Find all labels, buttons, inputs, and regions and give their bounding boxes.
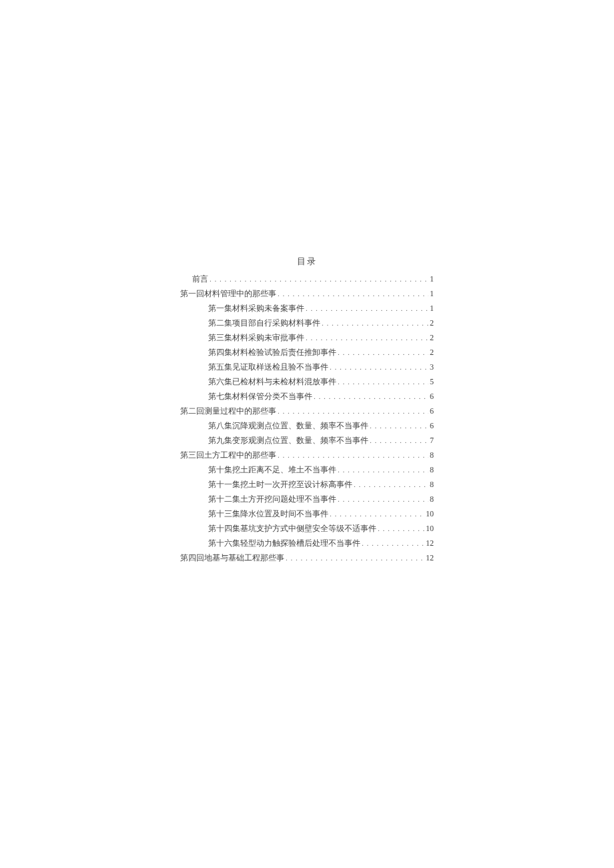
toc-entry-page: 6: [428, 422, 434, 430]
toc-entry-page: 8: [428, 451, 434, 459]
toc-leader-dots: [336, 349, 428, 356]
toc-entry: 第十一集挖土时一次开挖至设计标高事件8: [180, 480, 434, 488]
toc-entry: 第四集材料检验试验后责任推卸事件2: [180, 348, 434, 356]
toc-entry-label: 第十一集挖土时一次开挖至设计标高事件: [208, 480, 352, 488]
toc-entry-label: 第六集已检材料与未检材料混放事件: [208, 378, 336, 386]
toc-leader-dots: [276, 408, 428, 415]
toc-entry-label: 第九集变形观测点位置、数量、频率不当事件: [208, 436, 368, 444]
toc-title: 目录: [180, 257, 434, 266]
toc-leader-dots: [360, 540, 424, 547]
toc-entry: 第十二集土方开挖问题处理不当事件8: [180, 495, 434, 503]
toc-entry-page: 12: [424, 539, 434, 547]
toc-entry-page: 2: [428, 319, 434, 327]
toc-entry-label: 第一集材料采购未备案事件: [208, 304, 304, 312]
toc-entry: 第十六集轻型动力触探验槽后处理不当事件12: [180, 539, 434, 547]
toc-entry-page: 2: [428, 348, 434, 356]
toc-entry-page: 10: [424, 524, 434, 532]
toc-leader-dots: [320, 320, 428, 327]
toc-entry-page: 8: [428, 466, 434, 474]
toc-entry-label: 第十二集土方开挖问题处理不当事件: [208, 495, 336, 503]
toc-entry-label: 第五集见证取样送检且验不当事件: [208, 363, 328, 371]
toc-entry: 第三回土方工程中的那些事8: [180, 451, 434, 459]
toc-entry-label: 第四回地基与基础工程那些事: [180, 554, 284, 562]
toc-entry-label: 前言: [192, 275, 208, 283]
toc-leader-dots: [328, 364, 428, 371]
toc-leader-dots: [376, 525, 424, 532]
table-of-contents: 目录 前言1第一回材料管理中的那些事1第一集材料采购未备案事件1第二集项目部自行…: [180, 257, 434, 562]
toc-leader-dots: [284, 554, 424, 562]
toc-entry: 第十集挖土距离不足、堆土不当事件8: [180, 466, 434, 474]
toc-entry-page: 8: [428, 480, 434, 488]
toc-leader-dots: [336, 378, 428, 386]
toc-leader-dots: [336, 496, 428, 503]
toc-entry-label: 第八集沉降观测点位置、数量、频率不当事件: [208, 422, 368, 430]
toc-entry-label: 第十六集轻型动力触探验槽后处理不当事件: [208, 539, 360, 547]
toc-leader-dots: [352, 481, 428, 488]
toc-entry: 第六集已检材料与未检材料混放事件5: [180, 378, 434, 386]
toc-entry-label: 第十三集降水位置及时间不当事件: [208, 510, 328, 518]
toc-entry-page: 7: [428, 436, 434, 444]
toc-entry-page: 12: [424, 554, 434, 562]
toc-entry: 第一回材料管理中的那些事1: [180, 290, 434, 298]
toc-leader-dots: [312, 393, 428, 400]
toc-entry-page: 6: [428, 392, 434, 400]
toc-leader-dots: [368, 437, 428, 444]
toc-leader-dots: [304, 305, 428, 312]
toc-leader-dots: [276, 290, 428, 298]
toc-entry-label: 第七集材料保管分类不当事件: [208, 392, 312, 400]
toc-entry: 第八集沉降观测点位置、数量、频率不当事件6: [180, 422, 434, 430]
toc-entry-page: 1: [428, 304, 434, 312]
toc-entry: 第五集见证取样送检且验不当事件3: [180, 363, 434, 371]
toc-entry: 第二集项目部自行采购材料事件2: [180, 319, 434, 327]
toc-entry-label: 第二回测量过程中的那些事: [180, 407, 276, 415]
document-page: 目录 前言1第一回材料管理中的那些事1第一集材料采购未备案事件1第二集项目部自行…: [0, 0, 614, 868]
toc-leader-dots: [336, 466, 428, 474]
toc-entry-label: 第三回土方工程中的那些事: [180, 451, 276, 459]
toc-entry: 第一集材料采购未备案事件1: [180, 304, 434, 312]
toc-entry: 第二回测量过程中的那些事6: [180, 407, 434, 415]
toc-entry: 第九集变形观测点位置、数量、频率不当事件7: [180, 436, 434, 444]
toc-entry-label: 第二集项目部自行采购材料事件: [208, 319, 320, 327]
toc-entry-page: 1: [428, 275, 434, 283]
toc-entry: 第十四集基坑支护方式中侧壁安全等级不适事件10: [180, 524, 434, 532]
toc-entry: 第十三集降水位置及时间不当事件10: [180, 510, 434, 518]
toc-entry-label: 第十集挖土距离不足、堆土不当事件: [208, 466, 336, 474]
toc-entry-page: 5: [428, 378, 434, 386]
toc-entry-label: 第三集材料采购未审批事件: [208, 334, 304, 342]
toc-leader-dots: [368, 422, 428, 430]
toc-entry-page: 1: [428, 290, 434, 298]
toc-leader-dots: [276, 452, 428, 459]
toc-entry: 第三集材料采购未审批事件2: [180, 334, 434, 342]
toc-entry-label: 第四集材料检验试验后责任推卸事件: [208, 348, 336, 356]
toc-entry: 前言1: [180, 275, 434, 283]
toc-entry-page: 6: [428, 407, 434, 415]
toc-leader-dots: [304, 334, 428, 342]
toc-entry-page: 10: [424, 510, 434, 518]
toc-entry: 第七集材料保管分类不当事件6: [180, 392, 434, 400]
toc-entry-page: 8: [428, 495, 434, 503]
toc-entry: 第四回地基与基础工程那些事12: [180, 554, 434, 562]
toc-entry-label: 第十四集基坑支护方式中侧壁安全等级不适事件: [208, 524, 376, 532]
toc-leader-dots: [208, 276, 428, 283]
toc-entry-page: 3: [428, 363, 434, 371]
toc-leader-dots: [328, 510, 424, 518]
toc-entry-page: 2: [428, 334, 434, 342]
toc-entry-label: 第一回材料管理中的那些事: [180, 290, 276, 298]
toc-body: 前言1第一回材料管理中的那些事1第一集材料采购未备案事件1第二集项目部自行采购材…: [180, 275, 434, 562]
